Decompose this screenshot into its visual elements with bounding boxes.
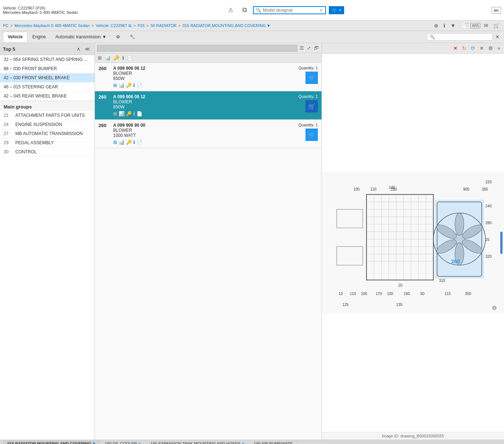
breadcrumb-p26[interactable]: P26 (138, 23, 145, 28)
parts-info2-icon[interactable]: ℹ (122, 54, 125, 61)
part-action-icons-3: ⊞ 📊 🔑 ℹ 📄 (113, 139, 295, 145)
parts-chart-icon[interactable]: 📊 (104, 54, 111, 61)
top-bar-center: ⚠ ⧉ 🔍 ✕ 🛒 + (225, 5, 344, 16)
tab-vehicle[interactable]: Vehicle (3, 32, 27, 42)
sidebar-scroll: 32 – 054 SPRING STRUT AND SPRING ... 88 … (0, 55, 95, 440)
bottom-tab-160[interactable]: 160 OIL COOLER ✎ (100, 440, 146, 444)
part-info-icon-2[interactable]: ℹ (133, 111, 135, 116)
sidebar-top-item-3[interactable]: 42 – 030 FRONT WHEEL BRAKE (0, 73, 95, 83)
wis-icon[interactable]: WIS (470, 23, 480, 28)
sidebar-top-item-4[interactable]: 46 – 015 STEERING GEAR (0, 83, 95, 92)
sidebar-group-29[interactable]: 29 PEDAL ASSEMBLY (0, 138, 95, 148)
bottom-tab-015-label: 015 RADIATOR,MOUNTING,AND COVERING (7, 441, 91, 444)
part-doc-icon-1[interactable]: 📄 (136, 83, 142, 88)
cart-toolbar-icon[interactable]: 🛒 (492, 22, 501, 29)
parts-key-icon[interactable]: 🔑 (113, 54, 120, 61)
part-grid-icon-3[interactable]: ⊞ (113, 139, 117, 145)
main-tabs: Vehicle Engine Automatic transmission ▼ … (3, 32, 140, 42)
close-diagram-btn[interactable]: ✕ (452, 45, 459, 52)
diagram-zoom-in-icon[interactable]: + (496, 45, 502, 52)
part-grid-icon-1[interactable]: ⊞ (113, 83, 117, 88)
toolbar-search-icon: 🔍 (430, 34, 435, 39)
part-grid-icon-2[interactable]: ⊞ (113, 111, 117, 116)
filter-icon[interactable]: ▼ (449, 22, 457, 29)
add-to-cart-btn-1[interactable]: 🛒 (305, 72, 318, 84)
sidebar-group-27[interactable]: 27 MB AUTOMATIC TRANSMISSION (0, 129, 95, 138)
sidebar-top-item-5[interactable]: 42 – 045 REAR WHEEL BRAKE (0, 92, 95, 101)
sidebar-group-24[interactable]: 24 ENGINE SUSPENSION (0, 120, 95, 129)
tab-icon2[interactable]: 🔧 (125, 32, 140, 42)
language-button[interactable]: en (492, 7, 501, 14)
breadcrumb-vehicle-line[interactable]: Mercedes-Maybach S 400 4MATIC Sedan (15, 23, 90, 28)
copy-vehicle-icon[interactable]: ⧉ (128, 23, 131, 28)
part-info-icon-1[interactable]: ℹ (133, 83, 135, 88)
diagram-history-icon[interactable]: ⟳ (469, 45, 477, 52)
tab-icon1[interactable]: ⚙ (111, 32, 125, 42)
breadcrumb-50-radiator[interactable]: 50 RADIATOR (151, 23, 177, 28)
breadcrumb: PC > Mercedes-Maybach S 400 4MATIC Sedan… (0, 20, 504, 31)
part-info-icon-3[interactable]: ℹ (133, 139, 135, 145)
bottom-tab-165[interactable]: 165 EXPANSION TANK,MOUNTING AND HOSES ✎ (146, 440, 249, 444)
part-row-1[interactable]: 260 A 099 906 06 12 BLOWER 850W ⊞ 📊 🔑 ℹ … (95, 63, 322, 91)
doc-icon[interactable]: 📄! (459, 22, 468, 29)
part-chart-icon-1[interactable]: 📊 (119, 83, 124, 88)
sidebar-top5-header: Top 5 ∧ ≪ (0, 43, 95, 55)
bottom-tab-165-edit-icon[interactable]: ✎ (242, 442, 245, 444)
diagram-settings-icon[interactable]: ⚙ (487, 45, 495, 52)
tabs-toolbar: Vehicle Engine Automatic transmission ▼ … (0, 31, 504, 43)
copy-icon[interactable]: ⧉ (239, 5, 250, 16)
bottom-tab-190[interactable]: 190 AIR PUMP,WATE (250, 440, 297, 444)
model-search-input[interactable] (263, 8, 319, 13)
add-to-cart-btn-2[interactable]: 🛒 (305, 100, 318, 112)
center-panel: ☰ ⤢ 🗗 ⊞ 📊 🔑 ℹ 📄 260 A 099 906 06 12 BLOW… (95, 43, 322, 440)
part-pos-1: 260 (99, 66, 109, 71)
svg-text:135: 135 (396, 303, 403, 307)
toolbar-clear-icon[interactable]: ✕ (494, 33, 501, 41)
sidebar-top-item-2[interactable]: 88 – 030 FRONT BUMPER (0, 64, 95, 73)
part-chart-icon-2[interactable]: 📊 (119, 111, 124, 116)
part-row-2[interactable]: 260 A 099 906 06 12 BLOWER 850W ⊞ 📊 🔑 ℹ … (95, 91, 322, 120)
part-doc-icon-3[interactable]: 📄 (136, 139, 142, 145)
sidebar-top-item-1[interactable]: 32 – 054 SPRING STRUT AND SPRING ... (0, 55, 95, 64)
tab-engine[interactable]: Engine (27, 32, 50, 42)
parts-doc-icon[interactable]: 📄 (126, 54, 134, 61)
breadcrumb-pc[interactable]: PC (3, 23, 8, 28)
diagram-close2-icon[interactable]: ✕ (478, 45, 485, 52)
sidebar-collapse-icon[interactable]: ∧ (75, 45, 82, 53)
sidebar-group-30[interactable]: 30 CONTROL (0, 148, 95, 157)
diagram-refresh-icon[interactable]: ↻ (461, 45, 468, 52)
svg-text:160: 160 (404, 292, 410, 296)
bottom-tab-015-edit-icon[interactable]: ✎ (93, 442, 96, 444)
alert-icon[interactable]: ⚠ (225, 5, 236, 16)
sidebar-group-21[interactable]: 21 ATTACHMENT PARTS FOR UNITS (0, 111, 95, 120)
part-row-3[interactable]: 260 A 099 906 90 00 BLOWER 1000 WATT ⊞ 📊… (95, 120, 322, 148)
breadcrumb-group-dropdown[interactable]: 015 RADIATOR,MOUNTING,AND COVERING ▼ (182, 23, 270, 28)
part-key-icon-3[interactable]: 🔑 (126, 139, 132, 145)
part-name-1: BLOWER (113, 71, 295, 76)
bottom-tab-015[interactable]: 015 RADIATOR,MOUNTING,AND COVERING ✎ (3, 440, 100, 444)
svg-text:905: 905 (463, 187, 469, 191)
parts-grid-icon[interactable]: ⊞ (97, 54, 103, 61)
mail-icon[interactable]: ✉ (482, 22, 490, 29)
toolbar-search-input[interactable] (435, 34, 490, 39)
parts-expand-icon[interactable]: ⤢ (306, 45, 312, 51)
breadcrumb-vehicle[interactable]: Vehicle: C222967 (96, 23, 127, 28)
sidebar-minimize-icon[interactable]: ≪ (83, 45, 92, 53)
part-key-icon-1[interactable]: 🔑 (126, 83, 132, 88)
info-icon[interactable]: ℹ (442, 22, 447, 29)
parts-list-view-icon[interactable]: ☰ (299, 45, 305, 51)
cart-button[interactable]: 🛒 + (329, 6, 344, 14)
add-to-cart-btn-3[interactable]: 🛒 (305, 129, 318, 141)
zoom-in-icon[interactable]: ⊕ (432, 22, 440, 29)
clear-search-icon[interactable]: ✕ (319, 8, 323, 13)
parts-detach-icon[interactable]: 🗗 (313, 45, 319, 51)
part-doc-icon-2[interactable]: 📄 (136, 111, 142, 116)
part-chart-icon-3[interactable]: 📊 (119, 139, 124, 145)
part-key-icon-2[interactable]: 🔑 (126, 111, 132, 116)
tab-automatic-transmission[interactable]: Automatic transmission ▼ (51, 32, 111, 42)
diagram-svg: 260 150 905 285 140 120 105 10 240 280 3… (322, 54, 504, 432)
top-bar-right: en (492, 7, 501, 14)
sidebar-top5-label: Top 5 (3, 46, 15, 52)
group-num-21: 21 (4, 113, 12, 118)
bottom-tab-160-edit-icon[interactable]: ✎ (138, 442, 141, 444)
